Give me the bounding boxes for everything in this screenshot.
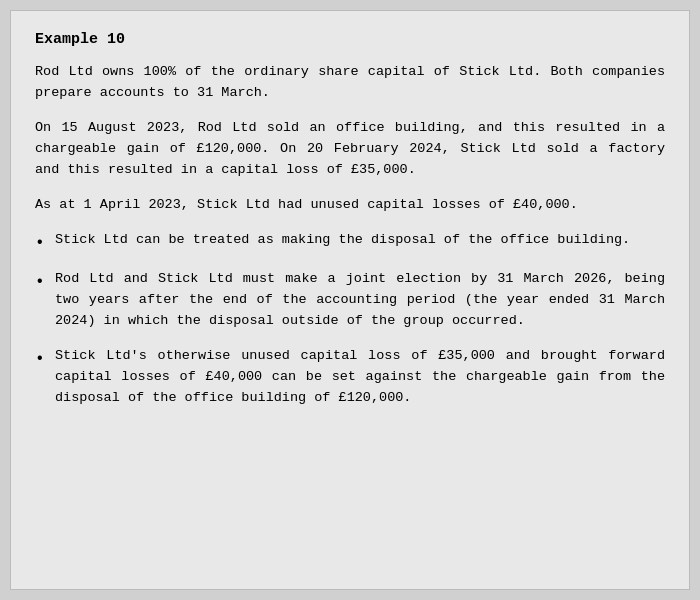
paragraph-2: On 15 August 2023, Rod Ltd sold an offic… xyxy=(35,118,665,181)
bullet-item-2: • Rod Ltd and Stick Ltd must make a join… xyxy=(35,269,665,332)
example-title: Example 10 xyxy=(35,31,665,48)
bullet-text-1: Stick Ltd can be treated as making the d… xyxy=(55,230,665,251)
bullet-text-3: Stick Ltd's otherwise unused capital los… xyxy=(55,346,665,409)
paragraph-1: Rod Ltd owns 100% of the ordinary share … xyxy=(35,62,665,104)
paragraph-3: As at 1 April 2023, Stick Ltd had unused… xyxy=(35,195,665,216)
bullet-text-2: Rod Ltd and Stick Ltd must make a joint … xyxy=(55,269,665,332)
bullet-dot-3: • xyxy=(35,347,55,372)
bullet-dot-2: • xyxy=(35,270,55,295)
page-container: Example 10 Rod Ltd owns 100% of the ordi… xyxy=(10,10,690,590)
bullet-item-3: • Stick Ltd's otherwise unused capital l… xyxy=(35,346,665,409)
bullet-dot-1: • xyxy=(35,231,55,256)
bullet-list: • Stick Ltd can be treated as making the… xyxy=(35,230,665,409)
bullet-item-1: • Stick Ltd can be treated as making the… xyxy=(35,230,665,256)
